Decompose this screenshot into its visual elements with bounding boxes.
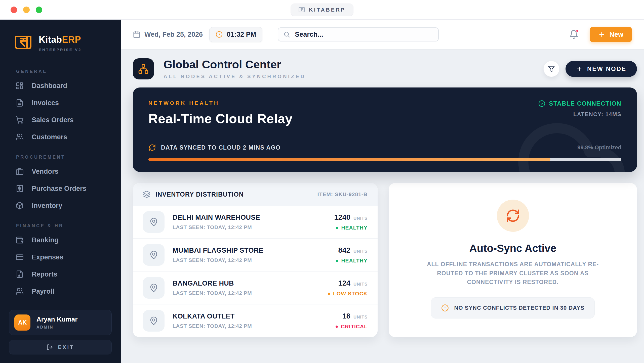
status-badge: HEALTHY: [334, 225, 368, 231]
sidebar-item-banking[interactable]: Banking: [0, 232, 121, 249]
user-name: Aryan Kumar: [36, 315, 77, 323]
sidebar-section-label: FINANCE & HR: [0, 214, 121, 232]
status-label: HEALTHY: [341, 258, 368, 264]
header-divider: [270, 29, 270, 40]
sync-note-text: NO SYNC CONFLICTS DETECTED IN 30 DAYS: [454, 305, 585, 311]
search-input[interactable]: [295, 31, 433, 38]
table-row[interactable]: KOLKATA OUTLET LAST SEEN: TODAY, 12:42 P…: [133, 304, 378, 337]
receipt-icon: [16, 185, 24, 193]
user-card[interactable]: AK Aryan Kumar ADMIN: [9, 310, 112, 335]
auto-sync-title: Auto-Sync Active: [469, 242, 556, 254]
inventory-item-ref: ITEM: SKU-9281-B: [317, 191, 368, 197]
units-label: UNITS: [353, 315, 368, 320]
package-icon: [16, 202, 24, 210]
sidebar-item-customers[interactable]: Customers: [0, 128, 121, 146]
units-label: UNITS: [353, 282, 368, 287]
brand: KitabERP ENTERPRISE V2: [0, 20, 121, 60]
window-title-pill: KITABERP: [291, 4, 353, 16]
time-display: 01:32 PM: [209, 27, 262, 42]
warehouse-name: DELHI MAIN WAREHOUSE: [173, 214, 260, 221]
brand-subtitle: ENTERPRISE V2: [39, 48, 82, 52]
new-node-label: NEW NODE: [587, 65, 626, 72]
sidebar-section-label: PROCUREMENT: [0, 146, 121, 163]
location-pin-tile: [143, 211, 165, 233]
sidebar-section: FINANCE & HR Banking Expenses Reports Pa…: [0, 214, 121, 300]
location-pin-tile: [143, 310, 165, 332]
window-controls: [11, 7, 42, 13]
page-subtitle: ALL NODES ACTIVE & SYNCHRONIZED: [164, 74, 306, 79]
report-icon: [16, 270, 24, 278]
sidebar-item-expenses[interactable]: Expenses: [0, 249, 121, 266]
close-window-button[interactable]: [11, 7, 17, 13]
sidebar-item-invoices[interactable]: Invoices: [0, 94, 121, 111]
date-text: Wed, Feb 25, 2026: [144, 31, 203, 38]
clock-icon: [216, 31, 223, 38]
network-health-eyebrow: NETWORK HEALTH: [148, 100, 293, 106]
user-role: ADMIN: [36, 325, 77, 330]
sidebar-item-payroll[interactable]: Payroll: [0, 283, 121, 300]
map-pin-icon: [149, 283, 158, 292]
auto-sync-card: Auto-Sync Active ALL OFFLINE TRANSACTION…: [389, 183, 637, 337]
book-rupee-icon: [298, 7, 305, 13]
maximize-window-button[interactable]: [36, 7, 42, 13]
exit-button[interactable]: EXIT: [9, 340, 112, 354]
sync-icon: [148, 144, 156, 151]
table-row[interactable]: MUMBAI FLAGSHIP STORE LAST SEEN: TODAY, …: [133, 238, 378, 271]
units-label: UNITS: [353, 249, 368, 254]
warehouse-name: MUMBAI FLAGSHIP STORE: [173, 247, 263, 254]
app-window: KITABERP KitabERP ENTERPRISE V2 GENERAL …: [0, 0, 644, 363]
search-icon: [283, 31, 290, 38]
warehouse-name: BANGALORE HUB: [173, 280, 252, 287]
location-pin-tile: [143, 277, 165, 299]
sidebar-section: GENERAL Dashboard Invoices Sales Orders …: [0, 60, 121, 146]
new-button[interactable]: New: [590, 27, 632, 42]
plus-icon: [598, 31, 605, 38]
auto-sync-description: ALL OFFLINE TRANSACTIONS ARE AUTOMATICAL…: [420, 260, 606, 287]
page-title: Global Control Center: [164, 58, 306, 71]
page-header: Global Control Center ALL NODES ACTIVE &…: [133, 58, 637, 79]
sync-progress-fill: [148, 158, 550, 161]
app-header: Wed, Feb 25, 2026 01:32 PM New: [121, 20, 644, 50]
sync-badge: [497, 200, 529, 232]
sidebar-item-dashboard[interactable]: Dashboard: [0, 77, 121, 94]
sidebar-section: PROCUREMENT Vendors Purchase Orders Inve…: [0, 146, 121, 214]
status-label: LOW STOCK: [333, 291, 368, 297]
sidebar-item-sales-orders[interactable]: Sales Orders: [0, 111, 121, 128]
optimized-text: 99.8% Optimized: [577, 144, 621, 151]
map-pin-icon: [149, 316, 158, 325]
status-badge: HEALTHY: [336, 258, 368, 264]
dashboard-icon: [16, 82, 24, 90]
sidebar-item-reports[interactable]: Reports: [0, 266, 121, 283]
minimize-window-button[interactable]: [23, 7, 30, 13]
users-icon: [16, 133, 24, 141]
warehouse-last-seen: LAST SEEN: TODAY, 12:42 PM: [173, 257, 263, 263]
warehouse-last-seen: LAST SEEN: TODAY, 12:42 PM: [173, 323, 252, 329]
filter-button[interactable]: [543, 61, 559, 77]
units-label: UNITS: [353, 216, 368, 221]
sidebar-footer: AK Aryan Kumar ADMIN EXIT: [0, 302, 121, 363]
new-node-button[interactable]: NEW NODE: [566, 61, 637, 77]
network-health-card: NETWORK HEALTH Real-Time Cloud Relay STA…: [133, 87, 637, 172]
inventory-title: INVENTORY DISTRIBUTION: [155, 191, 244, 198]
warehouse-name: KOLKATA OUTLET: [173, 312, 252, 320]
sidebar-item-purchase-orders[interactable]: Purchase Orders: [0, 180, 121, 197]
table-row[interactable]: DELHI MAIN WAREHOUSE LAST SEEN: TODAY, 1…: [133, 206, 378, 238]
exit-label: EXIT: [58, 344, 74, 350]
sidebar-item-vendors[interactable]: Vendors: [0, 163, 121, 180]
sidebar-item-inventory[interactable]: Inventory: [0, 197, 121, 214]
table-row[interactable]: BANGALORE HUB LAST SEEN: TODAY, 12:42 PM…: [133, 271, 378, 304]
briefcase-icon: [16, 167, 24, 175]
status-label: HEALTHY: [341, 225, 368, 231]
search-box[interactable]: [278, 27, 439, 41]
new-button-label: New: [609, 31, 623, 38]
time-text: 01:32 PM: [227, 31, 256, 38]
units-count: 1240: [334, 213, 350, 221]
location-pin-tile: [143, 244, 165, 266]
status-badge: CRITICAL: [336, 324, 368, 330]
map-pin-icon: [149, 217, 158, 226]
plus-icon: [576, 66, 583, 72]
notifications-button[interactable]: [569, 30, 579, 39]
inventory-distribution-card: INVENTORY DISTRIBUTION ITEM: SKU-9281-B …: [133, 183, 378, 337]
avatar: AK: [14, 314, 30, 331]
status-dot: [328, 293, 330, 295]
